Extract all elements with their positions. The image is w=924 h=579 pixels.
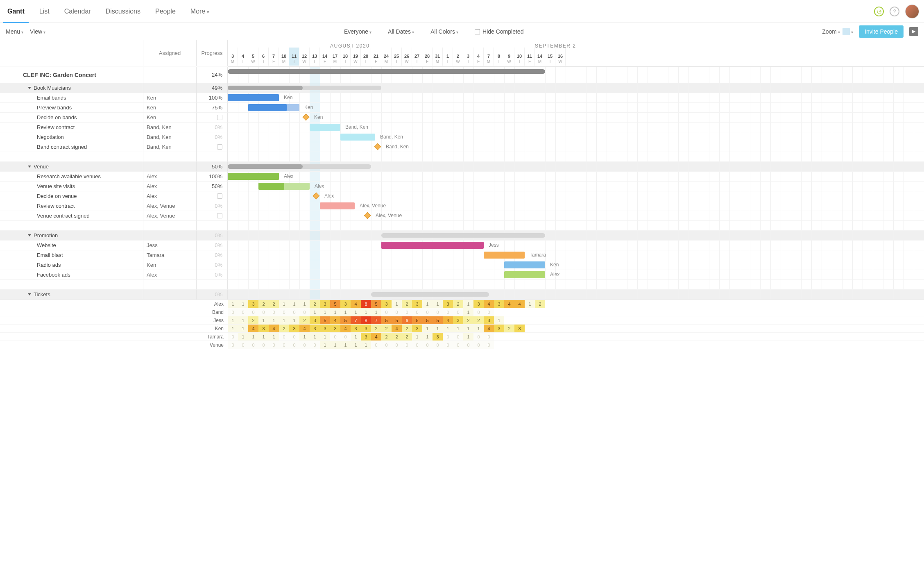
task-row[interactable] — [0, 280, 143, 290]
timeline-cell[interactable]: Alex, Venue — [228, 211, 924, 221]
timeline-cell[interactable]: Alex — [228, 270, 924, 280]
timeline-cell[interactable]: Band, Ken — [228, 123, 924, 132]
workload-person[interactable]: Tamara — [0, 333, 228, 341]
group-row[interactable]: Tickets — [0, 290, 143, 300]
task-row[interactable]: Decide on bands — [0, 113, 143, 123]
milestone-diamond[interactable] — [313, 193, 320, 200]
group-row[interactable]: Promotion — [0, 231, 143, 241]
filter-dates[interactable]: All Dates▾ — [388, 28, 414, 35]
task-row[interactable]: Research available venues — [0, 172, 143, 182]
task-bar[interactable] — [504, 261, 545, 268]
task-row[interactable]: Decide on venue — [0, 191, 143, 201]
task-row[interactable]: Website — [0, 241, 143, 250]
task-row[interactable] — [0, 152, 143, 162]
workload-row: 00000000011111000000000000 — [228, 341, 924, 349]
timeline-cell[interactable]: Ken — [228, 93, 924, 103]
task-row[interactable]: Email blast — [0, 250, 143, 260]
help-icon[interactable]: ? — [890, 7, 899, 16]
filter-people[interactable]: Everyone▾ — [344, 28, 371, 35]
nav-tab-discussions[interactable]: Discussions — [98, 0, 148, 23]
summary-bar[interactable] — [228, 69, 545, 74]
timeline-cell[interactable] — [228, 280, 924, 290]
timeline-cell[interactable]: Alex — [228, 191, 924, 201]
filter-colors[interactable]: All Colors▾ — [430, 28, 458, 35]
hide-completed-checkbox[interactable]: Hide Completed — [475, 28, 523, 35]
milestone-diamond[interactable] — [303, 114, 310, 121]
workload-person[interactable]: Venue — [0, 341, 228, 349]
task-row[interactable]: Band contract signed — [0, 142, 143, 152]
workload-cell: 3 — [248, 300, 258, 308]
task-row[interactable]: Radio ads — [0, 260, 143, 270]
timeline-cell[interactable] — [228, 67, 924, 83]
zoom-dropdown[interactable]: Zoom▾▾ — [822, 28, 853, 35]
present-icon[interactable]: ▶ — [909, 27, 918, 36]
progress-cell: 0% — [197, 132, 228, 142]
task-row[interactable]: Venue contract signed — [0, 211, 143, 221]
timeline-cell[interactable] — [228, 290, 924, 300]
timeline-cell[interactable] — [228, 221, 924, 231]
timeline-cell[interactable]: Jess — [228, 241, 924, 250]
workload-cell: 0 — [299, 308, 310, 316]
timeline-cell[interactable] — [228, 83, 924, 93]
workload-row: 1132211123534853123113213434412 — [228, 300, 924, 308]
nav-tab-list[interactable]: List — [32, 0, 57, 23]
task-row[interactable]: CLEF INC: Garden Concert — [0, 67, 143, 83]
task-row[interactable]: Negotiation — [0, 132, 143, 142]
task-row[interactable]: Preview bands — [0, 103, 143, 113]
bar-label: Band, Ken — [345, 124, 368, 130]
group-row[interactable]: Venue — [0, 162, 143, 172]
clock-icon[interactable]: ◷ — [874, 7, 884, 16]
task-row[interactable]: Review contract — [0, 201, 143, 211]
nav-tab-gantt[interactable]: Gantt — [0, 0, 32, 23]
timeline-cell[interactable]: Tamara — [228, 250, 924, 260]
milestone-diamond[interactable] — [364, 212, 371, 219]
nav-tab-more[interactable]: More▾ — [183, 0, 217, 23]
task-row[interactable]: Email bands — [0, 93, 143, 103]
workload-cell: 0 — [402, 341, 412, 349]
summary-bar[interactable] — [371, 292, 489, 297]
workload-cell: 0 — [473, 333, 484, 341]
menu-dropdown[interactable]: Menu▾ — [6, 28, 23, 35]
task-bar[interactable] — [320, 202, 355, 209]
progress-cell: 50% — [197, 162, 228, 172]
summary-bar[interactable] — [381, 233, 545, 238]
view-dropdown[interactable]: View▾ — [30, 28, 45, 35]
workload-person[interactable]: Ken — [0, 325, 228, 333]
task-row[interactable]: Facebook ads — [0, 270, 143, 280]
task-bar[interactable] — [340, 134, 375, 141]
task-bar[interactable] — [258, 183, 310, 190]
nav-tab-calendar[interactable]: Calendar — [57, 0, 98, 23]
day-col: 21F — [371, 48, 381, 66]
task-bar[interactable] — [310, 124, 340, 131]
timeline-cell[interactable]: Band, Ken — [228, 132, 924, 142]
timeline-cell[interactable] — [228, 152, 924, 162]
summary-bar[interactable] — [228, 164, 371, 169]
workload-person[interactable]: Alex — [0, 300, 228, 308]
group-row[interactable]: Book Musicians — [0, 83, 143, 93]
summary-bar[interactable] — [228, 86, 381, 90]
task-row[interactable] — [0, 221, 143, 231]
timeline-cell[interactable]: Alex, Venue — [228, 201, 924, 211]
timeline-cell[interactable] — [228, 231, 924, 241]
timeline-cell[interactable]: Alex — [228, 172, 924, 182]
invite-people-button[interactable]: Invite People — [859, 25, 904, 38]
task-bar[interactable] — [381, 242, 484, 249]
task-bar[interactable] — [228, 173, 279, 180]
task-bar[interactable] — [504, 271, 545, 278]
timeline-cell[interactable]: Ken — [228, 103, 924, 113]
timeline-cell[interactable]: Alex — [228, 182, 924, 191]
task-bar[interactable] — [228, 94, 279, 101]
timeline-cell[interactable]: Band, Ken — [228, 142, 924, 152]
task-row[interactable]: Venue site visits — [0, 182, 143, 191]
timeline-cell[interactable]: Ken — [228, 260, 924, 270]
timeline-cell[interactable]: Ken — [228, 113, 924, 123]
workload-person[interactable]: Band — [0, 308, 228, 316]
task-bar[interactable] — [484, 252, 525, 259]
task-row[interactable]: Review contract — [0, 123, 143, 132]
workload-person[interactable]: Jess — [0, 316, 228, 325]
timeline-cell[interactable] — [228, 162, 924, 172]
milestone-diamond[interactable] — [374, 143, 381, 150]
nav-tab-people[interactable]: People — [148, 0, 183, 23]
avatar[interactable] — [905, 5, 919, 18]
task-bar[interactable] — [248, 104, 299, 111]
